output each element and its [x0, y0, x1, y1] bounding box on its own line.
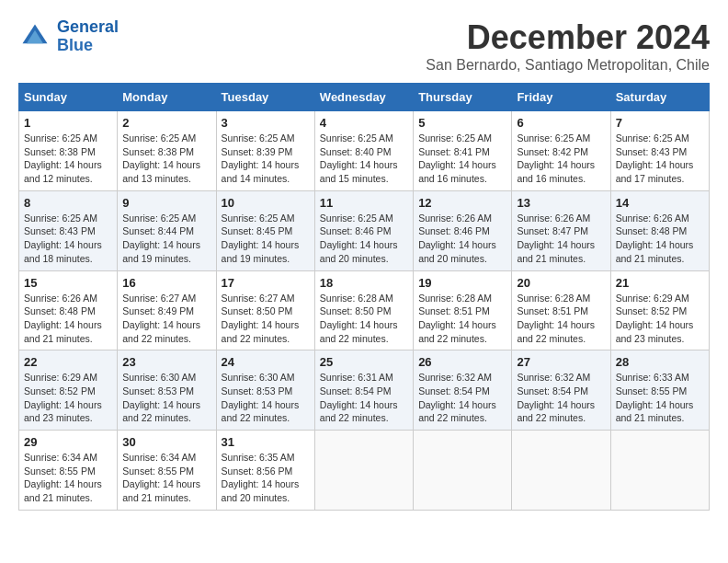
header-thursday: Thursday	[414, 84, 512, 111]
calendar-cell: 6Sunrise: 6:25 AMSunset: 8:42 PMDaylight…	[512, 111, 610, 191]
logo: General Blue	[18, 18, 119, 55]
day-info: Sunrise: 6:33 AMSunset: 8:55 PMDaylight:…	[616, 371, 704, 425]
day-info: Sunrise: 6:30 AMSunset: 8:53 PMDaylight:…	[122, 371, 210, 425]
day-number: 9	[122, 196, 210, 210]
header-friday: Friday	[512, 84, 610, 111]
day-number: 29	[24, 435, 112, 449]
calendar-week-5: 29Sunrise: 6:34 AMSunset: 8:55 PMDayligh…	[19, 431, 710, 511]
header-tuesday: Tuesday	[216, 84, 314, 111]
calendar-week-3: 15Sunrise: 6:26 AMSunset: 8:48 PMDayligh…	[19, 270, 710, 350]
calendar-cell	[512, 431, 610, 511]
calendar-week-2: 8Sunrise: 6:25 AMSunset: 8:43 PMDaylight…	[19, 190, 710, 270]
day-number: 25	[320, 355, 408, 369]
calendar-week-1: 1Sunrise: 6:25 AMSunset: 8:38 PMDaylight…	[19, 111, 710, 191]
day-number: 18	[320, 276, 408, 290]
day-info: Sunrise: 6:25 AMSunset: 8:44 PMDaylight:…	[122, 212, 210, 266]
calendar-cell: 13Sunrise: 6:26 AMSunset: 8:47 PMDayligh…	[512, 190, 610, 270]
calendar-cell: 17Sunrise: 6:27 AMSunset: 8:50 PMDayligh…	[216, 270, 314, 350]
day-number: 19	[418, 276, 506, 290]
day-info: Sunrise: 6:25 AMSunset: 8:41 PMDaylight:…	[418, 132, 506, 186]
calendar-cell: 7Sunrise: 6:25 AMSunset: 8:43 PMDaylight…	[610, 111, 709, 191]
calendar-cell: 8Sunrise: 6:25 AMSunset: 8:43 PMDaylight…	[19, 190, 118, 270]
calendar-cell: 16Sunrise: 6:27 AMSunset: 8:49 PMDayligh…	[118, 270, 216, 350]
day-info: Sunrise: 6:25 AMSunset: 8:43 PMDaylight:…	[24, 212, 112, 266]
calendar-cell: 21Sunrise: 6:29 AMSunset: 8:52 PMDayligh…	[610, 270, 709, 350]
day-info: Sunrise: 6:25 AMSunset: 8:38 PMDaylight:…	[24, 132, 112, 186]
day-number: 1	[24, 116, 112, 130]
day-info: Sunrise: 6:26 AMSunset: 8:48 PMDaylight:…	[24, 292, 112, 346]
location-title: San Bernardo, Santiago Metropolitan, Chi…	[426, 57, 710, 74]
day-info: Sunrise: 6:32 AMSunset: 8:54 PMDaylight:…	[418, 371, 506, 425]
day-number: 3	[222, 116, 310, 130]
calendar-cell: 28Sunrise: 6:33 AMSunset: 8:55 PMDayligh…	[610, 350, 709, 431]
calendar-header-row: SundayMondayTuesdayWednesdayThursdayFrid…	[19, 84, 710, 111]
day-number: 23	[122, 355, 210, 369]
day-number: 16	[122, 276, 210, 290]
day-info: Sunrise: 6:34 AMSunset: 8:55 PMDaylight:…	[24, 451, 112, 505]
day-number: 24	[222, 355, 310, 369]
day-number: 17	[222, 276, 310, 290]
title-area: December 2024 San Bernardo, Santiago Met…	[426, 18, 710, 74]
day-info: Sunrise: 6:27 AMSunset: 8:50 PMDaylight:…	[222, 292, 310, 346]
day-number: 13	[517, 196, 605, 210]
day-number: 11	[320, 196, 408, 210]
calendar-cell: 22Sunrise: 6:29 AMSunset: 8:52 PMDayligh…	[19, 350, 118, 431]
day-number: 4	[320, 116, 408, 130]
day-info: Sunrise: 6:26 AMSunset: 8:46 PMDaylight:…	[418, 212, 506, 266]
day-number: 8	[24, 196, 112, 210]
day-number: 27	[517, 355, 605, 369]
calendar-week-4: 22Sunrise: 6:29 AMSunset: 8:52 PMDayligh…	[19, 350, 710, 431]
day-number: 5	[418, 116, 506, 130]
day-info: Sunrise: 6:28 AMSunset: 8:51 PMDaylight:…	[418, 292, 506, 346]
calendar-cell: 1Sunrise: 6:25 AMSunset: 8:38 PMDaylight…	[19, 111, 118, 191]
header-saturday: Saturday	[610, 84, 709, 111]
day-number: 6	[517, 116, 605, 130]
logo-text: General Blue	[57, 18, 119, 55]
day-info: Sunrise: 6:26 AMSunset: 8:47 PMDaylight:…	[517, 212, 605, 266]
calendar-table: SundayMondayTuesdayWednesdayThursdayFrid…	[18, 83, 710, 511]
day-info: Sunrise: 6:29 AMSunset: 8:52 PMDaylight:…	[24, 371, 112, 425]
calendar-cell: 24Sunrise: 6:30 AMSunset: 8:53 PMDayligh…	[216, 350, 314, 431]
calendar-cell: 11Sunrise: 6:25 AMSunset: 8:46 PMDayligh…	[314, 190, 413, 270]
calendar-cell: 12Sunrise: 6:26 AMSunset: 8:46 PMDayligh…	[414, 190, 512, 270]
calendar-cell	[414, 431, 512, 511]
month-title: December 2024	[426, 18, 710, 57]
calendar-cell: 9Sunrise: 6:25 AMSunset: 8:44 PMDaylight…	[118, 190, 216, 270]
day-info: Sunrise: 6:25 AMSunset: 8:39 PMDaylight:…	[222, 132, 310, 186]
calendar-cell: 10Sunrise: 6:25 AMSunset: 8:45 PMDayligh…	[216, 190, 314, 270]
day-info: Sunrise: 6:25 AMSunset: 8:40 PMDaylight:…	[320, 132, 408, 186]
calendar-cell: 2Sunrise: 6:25 AMSunset: 8:38 PMDaylight…	[118, 111, 216, 191]
day-info: Sunrise: 6:25 AMSunset: 8:46 PMDaylight:…	[320, 212, 408, 266]
calendar-cell: 5Sunrise: 6:25 AMSunset: 8:41 PMDaylight…	[414, 111, 512, 191]
day-number: 30	[122, 435, 210, 449]
calendar-cell: 23Sunrise: 6:30 AMSunset: 8:53 PMDayligh…	[118, 350, 216, 431]
calendar-cell: 14Sunrise: 6:26 AMSunset: 8:48 PMDayligh…	[610, 190, 709, 270]
day-number: 7	[616, 116, 704, 130]
day-number: 31	[222, 435, 310, 449]
day-info: Sunrise: 6:25 AMSunset: 8:45 PMDaylight:…	[222, 212, 310, 266]
day-number: 26	[418, 355, 506, 369]
day-info: Sunrise: 6:26 AMSunset: 8:48 PMDaylight:…	[616, 212, 704, 266]
day-info: Sunrise: 6:25 AMSunset: 8:38 PMDaylight:…	[122, 132, 210, 186]
day-info: Sunrise: 6:34 AMSunset: 8:55 PMDaylight:…	[122, 451, 210, 505]
header-wednesday: Wednesday	[314, 84, 413, 111]
day-info: Sunrise: 6:25 AMSunset: 8:43 PMDaylight:…	[616, 132, 704, 186]
logo-line2: Blue	[57, 36, 93, 54]
calendar-cell	[314, 431, 413, 511]
day-number: 21	[616, 276, 704, 290]
day-info: Sunrise: 6:28 AMSunset: 8:50 PMDaylight:…	[320, 292, 408, 346]
day-info: Sunrise: 6:28 AMSunset: 8:51 PMDaylight:…	[517, 292, 605, 346]
calendar-cell: 30Sunrise: 6:34 AMSunset: 8:55 PMDayligh…	[118, 431, 216, 511]
calendar-cell	[610, 431, 709, 511]
header-sunday: Sunday	[19, 84, 118, 111]
day-number: 28	[616, 355, 704, 369]
day-info: Sunrise: 6:27 AMSunset: 8:49 PMDaylight:…	[122, 292, 210, 346]
calendar-cell: 18Sunrise: 6:28 AMSunset: 8:50 PMDayligh…	[314, 270, 413, 350]
calendar-cell: 26Sunrise: 6:32 AMSunset: 8:54 PMDayligh…	[414, 350, 512, 431]
day-info: Sunrise: 6:31 AMSunset: 8:54 PMDaylight:…	[320, 371, 408, 425]
calendar-cell: 19Sunrise: 6:28 AMSunset: 8:51 PMDayligh…	[414, 270, 512, 350]
calendar-cell: 31Sunrise: 6:35 AMSunset: 8:56 PMDayligh…	[216, 431, 314, 511]
day-info: Sunrise: 6:32 AMSunset: 8:54 PMDaylight:…	[517, 371, 605, 425]
calendar-cell: 25Sunrise: 6:31 AMSunset: 8:54 PMDayligh…	[314, 350, 413, 431]
header-monday: Monday	[118, 84, 216, 111]
